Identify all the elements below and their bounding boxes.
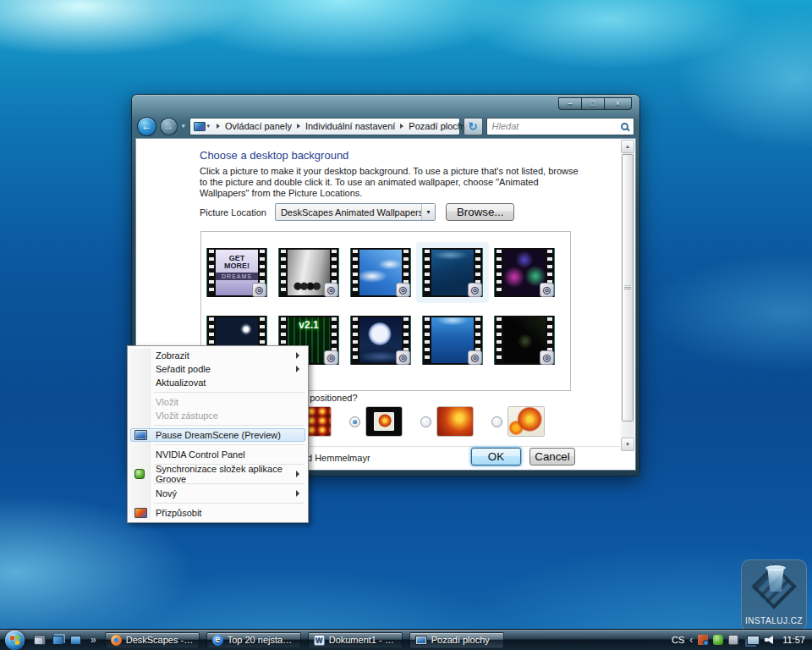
taskbar-button-top20[interactable]: e Top 20 nejstahovan...	[206, 632, 301, 648]
desktop-context-menu: Zobrazit Seřadit podle Aktualizovat Vlož…	[127, 345, 309, 523]
personalize-icon	[134, 508, 147, 518]
thumbnail-vista-dark[interactable]: ◎	[494, 316, 555, 365]
language-indicator[interactable]: CS	[672, 635, 684, 645]
quicklaunch-show-desktop[interactable]	[33, 634, 47, 646]
maximize-button[interactable]: □	[581, 97, 604, 110]
forward-button[interactable]: →	[160, 118, 178, 135]
picture-location-label: Picture Location	[200, 207, 266, 218]
refresh-button[interactable]: ↻	[464, 118, 483, 135]
thumbnail-get-more-dreams[interactable]: GET MORE! DREAMS ◎	[206, 248, 267, 297]
back-button[interactable]: ←	[137, 117, 156, 136]
dreamscene-badge-icon: ◎	[396, 350, 410, 365]
tray-security-icon[interactable]	[698, 635, 708, 645]
scrollbar-thumb[interactable]	[622, 154, 634, 421]
minimize-button[interactable]: –	[558, 97, 581, 110]
radio-button-icon[interactable]	[491, 416, 502, 427]
menu-item-seradit-podle[interactable]: Seřadit podle	[130, 362, 305, 376]
menu-item-zobrazit[interactable]: Zobrazit	[130, 349, 305, 362]
filmstrip-holes-icon	[425, 317, 430, 363]
breadcrumb-item-ovladaci-panely[interactable]: Ovládací panely	[211, 121, 292, 131]
position-preview	[508, 407, 544, 436]
submenu-arrow-icon	[296, 471, 299, 477]
browse-button[interactable]: Browse...	[446, 203, 515, 221]
recycle-bin-icon[interactable]	[763, 562, 788, 594]
menu-item-aktualizovat[interactable]: Aktualizovat	[130, 376, 305, 389]
start-button[interactable]	[5, 631, 25, 650]
filmstrip-holes-icon	[281, 250, 286, 295]
ie-icon: e	[212, 635, 223, 646]
cancel-button[interactable]: Cancel	[529, 448, 575, 465]
breadcrumb-item-individualni-nastaveni[interactable]: Individuální nastavení	[292, 121, 395, 131]
breadcrumb-dropdown-icon[interactable]: ▾	[206, 123, 212, 129]
page-title: Choose a desktop background	[200, 149, 348, 162]
menu-separator	[154, 503, 304, 504]
picture-location-row: Picture Location DeskScapes Animated Wal…	[200, 203, 514, 221]
breadcrumb: ▾ Ovládací panely Individuální nastavení…	[189, 118, 460, 135]
tray-groove-icon[interactable]	[713, 635, 723, 645]
radio-button-icon[interactable]	[420, 416, 431, 427]
taskbar-button-deskscapes[interactable]: DeskScapes - Stahuj...	[105, 632, 200, 648]
search-placeholder: Hledat	[492, 121, 519, 131]
dreamscene-icon	[134, 430, 147, 440]
close-button[interactable]: ×	[604, 97, 632, 110]
search-icon[interactable]	[621, 123, 628, 130]
filmstrip-holes-icon	[497, 250, 502, 295]
taskbar-button-dokument1[interactable]: W Dokument1 - Micro...	[308, 632, 403, 648]
position-preview	[437, 407, 473, 436]
menu-item-groove-sync[interactable]: Synchronizace složek aplikace Groove	[130, 467, 305, 481]
radio-button-icon[interactable]	[349, 416, 360, 427]
quicklaunch-switch-windows[interactable]	[51, 634, 64, 646]
taskbar-button-pozadi-plochy[interactable]: Pozadí plochy	[409, 632, 504, 648]
menu-item-pause-dreamscene[interactable]: Pause DreamScene (Preview)	[130, 428, 305, 442]
author-credit: d Hemmelmayr	[307, 453, 370, 463]
chevron-down-icon: ▼	[421, 204, 435, 220]
menu-separator	[154, 444, 304, 445]
filmstrip-holes-icon	[353, 317, 358, 363]
quicklaunch-overflow-chevron[interactable]: »	[91, 634, 96, 646]
tray-app-icon[interactable]	[728, 635, 738, 645]
position-option-fill[interactable]	[420, 407, 473, 436]
thumbnail-dark-water[interactable]: ◎	[422, 248, 483, 297]
thumbnail-underwater[interactable]: ◎	[422, 316, 483, 365]
thumbnail-newtons-cradle[interactable]: ◎	[278, 248, 339, 297]
menu-item-vlozit-zastupce[interactable]: Vložit zástupce	[130, 409, 305, 422]
picture-location-select[interactable]: DeskScapes Animated Wallpapers ▼	[275, 203, 436, 221]
menu-item-vlozit[interactable]: Vložit	[130, 395, 305, 409]
dreamscene-badge-icon: ◎	[468, 350, 482, 365]
dreamscene-badge-icon: ◎	[468, 283, 482, 297]
quicklaunch-window[interactable]	[69, 634, 82, 646]
menu-item-prizpusobit[interactable]: Přizpůsobit	[130, 506, 305, 520]
search-input[interactable]: Hledat	[486, 118, 634, 135]
dreamscene-badge-icon: ◎	[252, 283, 266, 297]
filmstrip-holes-icon	[425, 250, 430, 295]
menu-separator	[154, 425, 304, 426]
position-option-fit[interactable]	[491, 407, 544, 436]
thumbnail-blue-sky[interactable]: ◎	[350, 248, 411, 297]
page-description: Click a picture to make it your desktop …	[200, 166, 587, 199]
position-option-center[interactable]	[349, 407, 402, 436]
menu-item-nvidia-control-panel[interactable]: NVIDIA Control Panel	[130, 448, 305, 461]
thumbnail-planet-ocean[interactable]: ◎	[350, 316, 411, 365]
nav-history-dropdown-icon[interactable]: ▾	[182, 123, 185, 129]
breadcrumb-item-pozadi-plochy[interactable]: Pozadí plochy	[395, 121, 467, 131]
breadcrumb-separator-icon	[400, 124, 403, 129]
breadcrumb-separator-icon	[297, 124, 300, 129]
tray-expand-chevron[interactable]: ‹	[689, 634, 693, 646]
address-bar: ← → ▾ ▾ Ovládací panely Individuální nas…	[137, 115, 634, 137]
network-icon[interactable]	[747, 636, 760, 645]
menu-item-novy[interactable]: Nový	[130, 487, 305, 500]
taskbar-clock[interactable]: 11:57	[781, 635, 807, 645]
display-icon	[415, 636, 427, 645]
position-preview	[366, 407, 402, 436]
volume-icon[interactable]	[765, 636, 776, 644]
thumbnail-plasma[interactable]: ◎	[494, 248, 555, 297]
personalization-icon	[194, 122, 206, 131]
vertical-scrollbar[interactable]: ▲ ▼	[621, 140, 634, 451]
breadcrumb-separator-icon	[217, 124, 220, 129]
scroll-down-icon[interactable]: ▼	[621, 438, 634, 451]
ok-button[interactable]: OK	[471, 448, 521, 465]
dreamscene-badge-icon: ◎	[540, 350, 554, 365]
filmstrip-holes-icon	[209, 250, 214, 295]
taskbar: » DeskScapes - Stahuj... e Top 20 nejsta…	[0, 629, 812, 650]
scroll-up-icon[interactable]: ▲	[621, 140, 634, 153]
